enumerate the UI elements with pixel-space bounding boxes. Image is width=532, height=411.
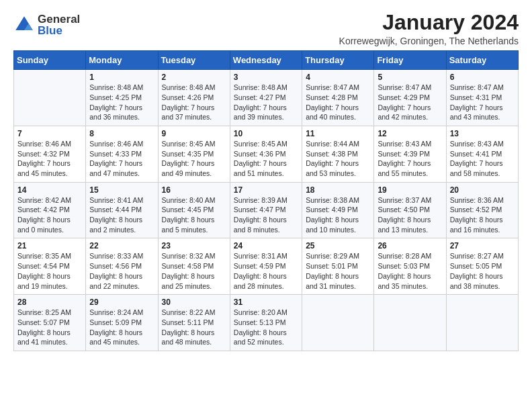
day-number: 26 [378,241,442,250]
logo: General Blue [13,13,80,36]
calendar-table: Sunday Monday Tuesday Wednesday Thursday… [13,50,519,351]
day-cell-1-0: 7Sunrise: 8:46 AM Sunset: 4:32 PM Daylig… [14,126,86,182]
logo-text: General Blue [38,13,80,36]
day-number: 14 [17,185,82,195]
day-cell-4-1: 29Sunrise: 8:24 AM Sunset: 5:09 PM Dayli… [86,295,158,351]
day-number: 9 [162,129,226,138]
day-cell-0-2: 2Sunrise: 8:48 AM Sunset: 4:26 PM Daylig… [158,70,230,126]
week-row-4: 28Sunrise: 8:25 AM Sunset: 5:07 PM Dayli… [14,295,519,351]
day-detail: Sunrise: 8:32 AM Sunset: 4:58 PM Dayligh… [162,251,226,291]
day-detail: Sunrise: 8:40 AM Sunset: 4:45 PM Dayligh… [162,195,226,235]
week-row-0: 1Sunrise: 8:48 AM Sunset: 4:25 PM Daylig… [14,70,519,126]
week-row-1: 7Sunrise: 8:46 AM Sunset: 4:32 PM Daylig… [14,126,519,182]
day-detail: Sunrise: 8:48 AM Sunset: 4:26 PM Dayligh… [162,83,226,122]
day-cell-2-4: 18Sunrise: 8:38 AM Sunset: 4:49 PM Dayli… [302,182,374,238]
day-number: 3 [234,73,298,82]
day-number: 19 [378,185,442,195]
day-detail: Sunrise: 8:46 AM Sunset: 4:32 PM Dayligh… [17,139,82,179]
day-number: 4 [306,73,370,82]
day-number: 17 [234,185,298,195]
day-number: 15 [89,185,154,195]
title-block: January 2024 Korrewegwijk, Groningen, Th… [339,11,519,46]
week-row-3: 21Sunrise: 8:35 AM Sunset: 4:54 PM Dayli… [14,238,519,295]
day-number: 25 [306,241,370,250]
day-cell-1-4: 11Sunrise: 8:44 AM Sunset: 4:38 PM Dayli… [302,126,374,182]
logo-icon [13,14,35,36]
header-saturday: Saturday [446,51,518,70]
header-row: Sunday Monday Tuesday Wednesday Thursday… [14,51,519,70]
header-tuesday: Tuesday [158,51,230,70]
day-number: 8 [89,129,154,138]
day-cell-3-4: 25Sunrise: 8:29 AM Sunset: 5:01 PM Dayli… [302,238,374,295]
day-cell-0-5: 5Sunrise: 8:47 AM Sunset: 4:29 PM Daylig… [374,70,446,126]
day-detail: Sunrise: 8:48 AM Sunset: 4:25 PM Dayligh… [89,83,154,122]
day-detail: Sunrise: 8:31 AM Sunset: 4:59 PM Dayligh… [234,251,298,291]
day-cell-1-6: 13Sunrise: 8:43 AM Sunset: 4:41 PM Dayli… [446,126,518,182]
day-detail: Sunrise: 8:22 AM Sunset: 5:11 PM Dayligh… [162,308,226,347]
day-cell-3-2: 23Sunrise: 8:32 AM Sunset: 4:58 PM Dayli… [158,238,230,295]
day-number: 7 [17,129,82,138]
header-monday: Monday [86,51,158,70]
day-number: 31 [234,298,298,307]
day-detail: Sunrise: 8:48 AM Sunset: 4:27 PM Dayligh… [234,83,298,122]
logo-blue: Blue [38,25,80,36]
day-detail: Sunrise: 8:47 AM Sunset: 4:28 PM Dayligh… [306,83,370,122]
day-cell-0-4: 4Sunrise: 8:47 AM Sunset: 4:28 PM Daylig… [302,70,374,126]
day-detail: Sunrise: 8:24 AM Sunset: 5:09 PM Dayligh… [89,308,154,347]
day-detail: Sunrise: 8:35 AM Sunset: 4:54 PM Dayligh… [17,251,82,291]
page: General Blue January 2024 Korrewegwijk, … [0,0,532,411]
calendar-header: Sunday Monday Tuesday Wednesday Thursday… [14,51,519,70]
day-cell-1-3: 10Sunrise: 8:45 AM Sunset: 4:36 PM Dayli… [230,126,302,182]
day-cell-2-6: 20Sunrise: 8:36 AM Sunset: 4:52 PM Dayli… [446,182,518,238]
day-detail: Sunrise: 8:25 AM Sunset: 5:07 PM Dayligh… [17,308,82,347]
day-cell-2-2: 16Sunrise: 8:40 AM Sunset: 4:45 PM Dayli… [158,182,230,238]
day-cell-3-1: 22Sunrise: 8:33 AM Sunset: 4:56 PM Dayli… [86,238,158,295]
day-detail: Sunrise: 8:43 AM Sunset: 4:41 PM Dayligh… [450,139,515,179]
location: Korrewegwijk, Groningen, The Netherlands [339,36,519,46]
day-number: 28 [17,298,82,307]
day-number: 2 [162,73,226,82]
day-number: 27 [450,241,515,250]
day-cell-0-1: 1Sunrise: 8:48 AM Sunset: 4:25 PM Daylig… [86,70,158,126]
day-detail: Sunrise: 8:47 AM Sunset: 4:29 PM Dayligh… [378,83,442,122]
day-number: 21 [17,241,82,250]
header-friday: Friday [374,51,446,70]
day-number: 12 [378,129,442,138]
day-cell-1-1: 8Sunrise: 8:46 AM Sunset: 4:33 PM Daylig… [86,126,158,182]
day-cell-1-5: 12Sunrise: 8:43 AM Sunset: 4:39 PM Dayli… [374,126,446,182]
header: General Blue January 2024 Korrewegwijk, … [13,11,519,46]
week-row-2: 14Sunrise: 8:42 AM Sunset: 4:42 PM Dayli… [14,182,519,238]
day-number: 5 [378,73,442,82]
day-cell-4-0: 28Sunrise: 8:25 AM Sunset: 5:07 PM Dayli… [14,295,86,351]
day-detail: Sunrise: 8:29 AM Sunset: 5:01 PM Dayligh… [306,251,370,291]
day-cell-0-6: 6Sunrise: 8:47 AM Sunset: 4:31 PM Daylig… [446,70,518,126]
day-cell-3-5: 26Sunrise: 8:28 AM Sunset: 5:03 PM Dayli… [374,238,446,295]
header-sunday: Sunday [14,51,86,70]
day-detail: Sunrise: 8:36 AM Sunset: 4:52 PM Dayligh… [450,195,515,235]
day-cell-2-1: 15Sunrise: 8:41 AM Sunset: 4:44 PM Dayli… [86,182,158,238]
day-cell-2-5: 19Sunrise: 8:37 AM Sunset: 4:50 PM Dayli… [374,182,446,238]
header-wednesday: Wednesday [230,51,302,70]
month-title: January 2024 [339,11,519,34]
day-cell-4-2: 30Sunrise: 8:22 AM Sunset: 5:11 PM Dayli… [158,295,230,351]
day-number: 18 [306,185,370,195]
day-detail: Sunrise: 8:45 AM Sunset: 4:35 PM Dayligh… [162,139,226,179]
day-cell-4-4 [302,295,374,351]
logo-general: General [38,13,80,25]
day-number: 16 [162,185,226,195]
day-number: 30 [162,298,226,307]
day-number: 24 [234,241,298,250]
day-detail: Sunrise: 8:33 AM Sunset: 4:56 PM Dayligh… [89,251,154,291]
day-number: 13 [450,129,515,138]
day-number: 22 [89,241,154,250]
calendar-body: 1Sunrise: 8:48 AM Sunset: 4:25 PM Daylig… [14,70,519,351]
header-thursday: Thursday [302,51,374,70]
day-detail: Sunrise: 8:43 AM Sunset: 4:39 PM Dayligh… [378,139,442,179]
day-detail: Sunrise: 8:46 AM Sunset: 4:33 PM Dayligh… [89,139,154,179]
day-number: 10 [234,129,298,138]
day-number: 1 [89,73,154,82]
day-number: 20 [450,185,515,195]
day-cell-4-3: 31Sunrise: 8:20 AM Sunset: 5:13 PM Dayli… [230,295,302,351]
day-detail: Sunrise: 8:38 AM Sunset: 4:49 PM Dayligh… [306,195,370,235]
day-cell-3-3: 24Sunrise: 8:31 AM Sunset: 4:59 PM Dayli… [230,238,302,295]
